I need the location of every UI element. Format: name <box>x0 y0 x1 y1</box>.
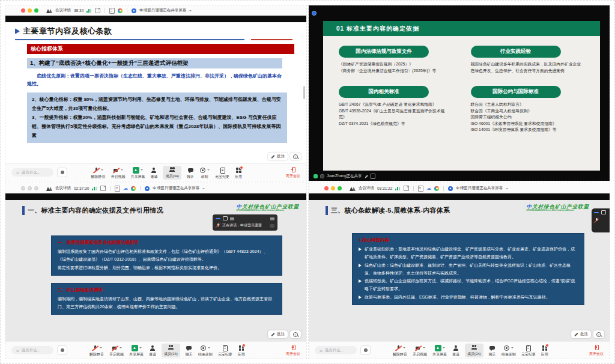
minimize-window-button[interactable] <box>28 8 32 13</box>
members-button[interactable]: 成员(34) <box>162 344 180 357</box>
minimize-icon[interactable] <box>216 218 220 219</box>
chevron-down-icon[interactable] <box>189 10 192 13</box>
doc-icon[interactable] <box>371 174 375 179</box>
notes-button[interactable]: 元宝纪要 <box>521 345 536 357</box>
meeting-detail-label[interactable]: 会议详情 <box>359 186 374 191</box>
invite-button[interactable]: 邀请 <box>452 345 459 357</box>
caret-icon[interactable] <box>403 347 405 350</box>
share-screen-button[interactable]: 共享屏幕 <box>432 345 447 357</box>
zoom-window-button[interactable] <box>34 186 38 190</box>
reaction-button[interactable] <box>57 168 67 177</box>
close-window-button[interactable] <box>21 8 25 13</box>
invite-button[interactable]: 邀请 <box>150 167 157 180</box>
docs-icon[interactable] <box>115 186 120 192</box>
window-icon[interactable] <box>601 210 606 214</box>
notes-button[interactable]: 元宝纪要 <box>215 167 229 180</box>
caret-icon[interactable] <box>101 169 103 172</box>
share-screen-button[interactable]: 共享屏幕 <box>129 345 144 357</box>
annotate-button[interactable]: 批注 <box>571 330 591 338</box>
docs-icon[interactable] <box>418 186 423 192</box>
caret-icon[interactable] <box>208 347 210 350</box>
meeting-detail-label[interactable]: 会议详情 <box>55 186 71 191</box>
meeting-detail-label[interactable]: 会议详情 <box>55 8 71 13</box>
stop-record-button[interactable]: 结束录制 <box>198 345 213 357</box>
zoom-button[interactable]: + <box>290 153 301 160</box>
reaction-button[interactable] <box>57 345 67 355</box>
scrollbar-thumb[interactable] <box>303 86 305 99</box>
members-button[interactable]: 成员(34) <box>465 344 483 357</box>
annotation-tools-icon[interactable] <box>131 186 136 191</box>
magnifier-icon: + <box>293 332 298 337</box>
list-icon[interactable] <box>230 217 234 217</box>
caret-icon[interactable] <box>511 347 514 350</box>
mic-status-icon[interactable] <box>314 174 318 178</box>
record-button[interactable]: 录制 <box>199 167 210 180</box>
zoom-button[interactable]: + <box>290 330 301 338</box>
apps-button[interactable]: 应用 <box>541 345 548 357</box>
annotation-tools-icon[interactable] <box>434 186 439 191</box>
window-icon[interactable] <box>223 216 228 220</box>
caret-icon[interactable] <box>121 169 123 172</box>
leave-meeting-button[interactable]: 离开会议 <box>589 344 604 357</box>
annotate-button[interactable]: 批注 <box>268 330 288 338</box>
menu-icon[interactable] <box>270 217 274 217</box>
slide-title: 一、标准主要内容的确定依据及文件引用情况 <box>28 206 163 215</box>
leave-meeting-button[interactable]: 离开会议 <box>286 344 300 357</box>
leave-meeting-button[interactable]: 离开会议 <box>286 166 300 179</box>
zoom-button[interactable]: + <box>593 330 604 338</box>
stop-record-button[interactable]: 结束录制 <box>501 345 516 357</box>
invite-button[interactable]: 邀请 <box>149 345 156 357</box>
annotate-button[interactable]: 批注 <box>268 153 288 160</box>
minimize-icon[interactable] <box>594 212 599 213</box>
unmute-button[interactable]: 解除静音 <box>89 345 104 357</box>
close-window-button[interactable] <box>324 186 329 190</box>
chat-button[interactable]: 聊天 <box>186 345 193 357</box>
quick-chat-input[interactable]: ☺说点什么... <box>315 346 357 354</box>
camera-status-icon[interactable] <box>320 174 324 178</box>
caret-icon[interactable] <box>443 347 445 350</box>
start-video-button[interactable]: 开启视频 <box>413 345 427 357</box>
share-screen-button[interactable]: 共享屏幕 <box>130 167 145 180</box>
leave-icon <box>289 166 296 173</box>
close-window-button[interactable] <box>21 186 25 190</box>
zoom-window-button[interactable] <box>338 186 342 190</box>
meeting-app-icon <box>350 186 356 191</box>
zoom-window-button[interactable] <box>34 8 38 13</box>
chevron-down-icon[interactable] <box>202 188 205 190</box>
open-external-icon[interactable] <box>100 186 106 191</box>
quick-chat-input[interactable]: ☺说点什么... <box>11 168 53 177</box>
caret-icon[interactable] <box>139 347 142 350</box>
chat-button[interactable]: 聊天 <box>187 167 194 180</box>
mini-floating-window[interactable] <box>592 208 610 232</box>
caret-icon[interactable] <box>100 347 102 350</box>
mic-muted-icon[interactable] <box>594 218 599 223</box>
unmute-button[interactable]: 解除静音 <box>393 345 407 357</box>
apps-button[interactable]: 应用 <box>235 167 242 180</box>
apps-button[interactable]: 应用 <box>238 345 245 357</box>
chat-button[interactable]: 聊天 <box>489 345 496 357</box>
clap-icon[interactable] <box>270 224 274 228</box>
caret-icon[interactable] <box>141 169 143 172</box>
open-external-icon[interactable] <box>404 186 409 191</box>
reaction-button[interactable] <box>360 345 371 355</box>
notes-button[interactable]: 元宝纪要 <box>218 345 232 357</box>
pencil-icon[interactable] <box>365 175 368 178</box>
caret-icon[interactable] <box>423 347 425 350</box>
caret-icon[interactable] <box>207 169 210 172</box>
chevron-down-icon[interactable] <box>506 188 508 190</box>
unmute-button[interactable]: 解除静音 <box>91 167 105 180</box>
caret-icon[interactable] <box>120 347 122 350</box>
quick-chat-input[interactable]: ☺说点什么... <box>11 346 53 354</box>
open-external-icon[interactable] <box>95 8 100 13</box>
cloud-icon[interactable]: ☁ <box>123 186 128 191</box>
cloud-icon[interactable]: ☁ <box>426 186 431 191</box>
mic-muted-icon[interactable] <box>216 223 220 228</box>
docs-icon[interactable] <box>109 8 115 14</box>
members-icon <box>471 344 477 351</box>
members-button[interactable]: 成员(34) <box>163 166 181 180</box>
start-video-button[interactable]: 开启视频 <box>111 167 125 180</box>
start-video-button[interactable]: 开启视频 <box>109 345 124 357</box>
minimize-window-button[interactable] <box>28 186 32 190</box>
annotation-tools-icon[interactable] <box>118 8 123 13</box>
minimize-window-button[interactable] <box>331 186 335 190</box>
